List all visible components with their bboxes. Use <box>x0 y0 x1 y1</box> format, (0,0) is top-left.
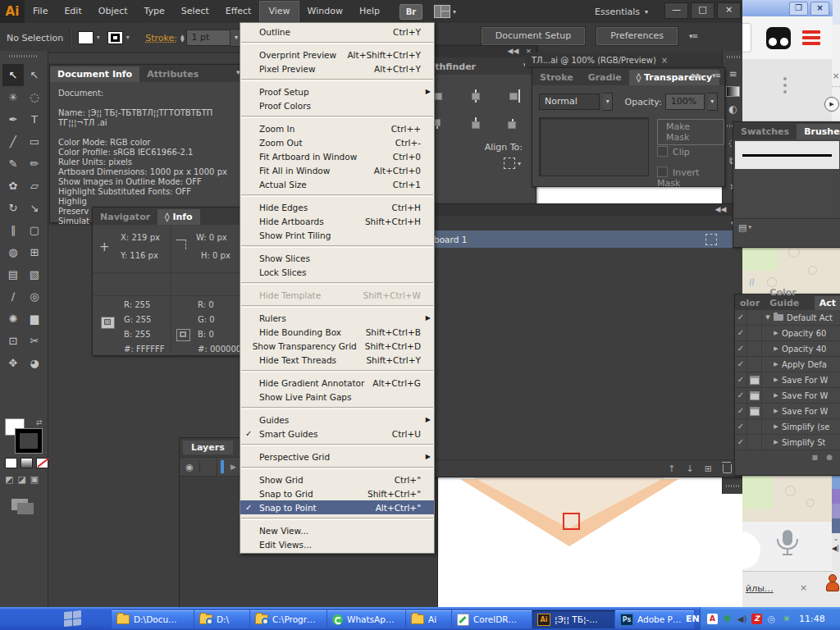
tab-actions[interactable]: Act <box>815 296 840 310</box>
color-button[interactable] <box>5 458 17 468</box>
tab-stroke[interactable]: Stroke <box>532 70 581 85</box>
opacity-field[interactable]: 100% <box>665 94 705 110</box>
expand-icon[interactable]: ▶ <box>762 377 782 383</box>
artboard-tool[interactable]: ⊡ <box>2 330 24 352</box>
color-swatch[interactable] <box>832 489 840 504</box>
fill-stroke-indicator[interactable]: ⇄ <box>5 418 43 451</box>
dialog-toggle-cell[interactable] <box>747 435 762 450</box>
menu-select[interactable]: Select <box>173 0 217 23</box>
selection-rectangle[interactable] <box>563 513 580 530</box>
toggle-item-icon[interactable]: ✓ <box>735 372 747 387</box>
windows-start-icon[interactable] <box>64 610 82 627</box>
view-menu-item-hide-bounding-box[interactable]: Hide Bounding BoxShift+Ctrl+B <box>240 325 434 339</box>
lock-cell[interactable] <box>200 458 217 476</box>
view-menu-item-hide-gradient-annotator[interactable]: Hide Gradient AnnotatorAlt+Ctrl+G <box>240 376 434 390</box>
view-menu-item-hide-artboards[interactable]: Hide ArtboardsShift+Ctrl+H <box>240 214 434 228</box>
grip-dots[interactable] <box>9 55 39 57</box>
close-button[interactable]: × <box>810 2 829 16</box>
mesh-tool[interactable]: ▤ <box>2 263 24 285</box>
ellipsis-icon[interactable]: ⋯ <box>832 81 840 92</box>
view-menu-item-show-grid[interactable]: Show GridCtrl+" <box>240 472 434 486</box>
color-swatch[interactable] <box>832 518 840 533</box>
stroke-weight-stepper[interactable]: ▲ ▼ <box>180 34 185 42</box>
toggle-item-icon[interactable]: ✓ <box>735 388 747 403</box>
stroke-weight-field[interactable]: 1 pt <box>186 30 231 46</box>
ellipsis-vertical-icon[interactable] <box>783 77 787 97</box>
toggle-item-icon[interactable]: ✓ <box>735 310 747 325</box>
menu-edit[interactable]: Edit <box>56 0 89 23</box>
tab-color[interactable]: olor <box>735 296 765 310</box>
panel-menu-icon[interactable]: ▾≡ <box>712 71 720 80</box>
brush-libraries-icon[interactable]: ▤ <box>738 222 746 233</box>
files-link[interactable]: йлы… <box>746 583 774 594</box>
close-button[interactable]: × <box>717 2 741 19</box>
symbol-sprayer-tool[interactable]: ✺ <box>2 308 24 330</box>
tab-color-guide[interactable]: Color Guide <box>765 285 814 310</box>
taskbar-button-item[interactable]: Ai¦Э¦¦ ТБ¦-… <box>532 609 621 629</box>
blend-mode-dropdown[interactable]: ▾ <box>603 93 613 111</box>
swap-fill-stroke-icon[interactable]: ⇄ <box>36 418 43 427</box>
view-menu-item-smart-guides[interactable]: ✓Smart GuidesCtrl+U <box>240 427 434 441</box>
dialog-toggle-cell[interactable] <box>747 372 762 387</box>
workspace-switcher[interactable]: ▾ <box>434 5 456 18</box>
expand-layer-icon[interactable]: ▶ <box>231 463 236 471</box>
acrobat-tray-icon[interactable]: A <box>707 614 718 624</box>
preferences-button[interactable]: Preferences <box>596 27 678 45</box>
stroke-color-box[interactable] <box>16 429 42 453</box>
view-menu-item-snap-to-point[interactable]: ✓Snap to PointAlt+Ctrl+" <box>240 500 434 514</box>
skip-start-icon[interactable]: ◀| <box>831 545 840 552</box>
line-segment-tool[interactable]: ╱ <box>2 130 24 153</box>
workspace-selector[interactable]: Essentials ▾ <box>595 0 648 23</box>
expand-icon[interactable]: ▶ <box>762 439 782 445</box>
direct-selection-tool[interactable]: ↖ <box>24 64 45 86</box>
restore-button[interactable]: ❐ <box>789 2 808 16</box>
stop-icon[interactable]: ■ <box>812 454 819 461</box>
expand-icon[interactable]: ▶ <box>762 361 782 368</box>
color-swatch[interactable] <box>832 504 840 518</box>
eraser-tool[interactable]: ▱ <box>24 175 45 197</box>
stroke-panel-icon[interactable]: ≡ <box>723 65 743 83</box>
action-row-save-for-w[interactable]: ✓▶Save For W <box>735 388 840 404</box>
play-button[interactable]: ▶ <box>824 97 839 112</box>
action-row-save-for-w[interactable]: ✓▶Save For W <box>735 404 840 419</box>
opacity-dropdown[interactable]: ▾ <box>708 93 718 111</box>
pencil-tool[interactable]: ✏ <box>24 153 45 175</box>
toggle-item-icon[interactable]: ✓ <box>735 341 747 356</box>
taskbar-button-d[interactable]: D:\ <box>194 609 256 629</box>
view-menu-item-fit-artboard-in-window[interactable]: Fit Artboard in WindowCtrl+0 <box>240 149 434 163</box>
toggle-item-icon[interactable]: ✓ <box>735 357 747 372</box>
expand-icon[interactable]: ▶ <box>762 423 782 430</box>
rectangle-tool[interactable]: ▭ <box>24 130 45 153</box>
record-icon[interactable]: ● <box>826 453 833 461</box>
taskbar-button-coreldr[interactable]: CorelDR… <box>451 609 538 629</box>
dialog-toggle-cell[interactable] <box>747 341 762 356</box>
dialog-toggle-cell[interactable] <box>747 357 762 372</box>
gradient-panel-icon[interactable] <box>726 86 740 97</box>
transparency-panel-icon[interactable]: ◐ <box>723 100 743 118</box>
view-menu-item-show-print-tiling[interactable]: Show Print Tiling <box>240 228 434 242</box>
change-screen-mode-icon[interactable] <box>11 499 28 510</box>
menu-help[interactable]: Help <box>351 0 388 23</box>
blend-mode-select[interactable]: Normal <box>539 94 600 110</box>
expand-icon[interactable]: ▼ <box>762 314 774 321</box>
column-graph-tool[interactable]: ▆ <box>24 308 45 330</box>
view-menu-item-hide-text-threads[interactable]: Hide Text ThreadsShift+Ctrl+Y <box>240 353 434 367</box>
expand-icon[interactable]: ▶ <box>762 392 782 399</box>
perspective-grid-tool[interactable]: ⊞ <box>24 241 45 263</box>
clip-checkbox[interactable]: Clip <box>657 146 690 158</box>
align-right-button[interactable] <box>506 89 521 103</box>
grip-dots[interactable] <box>727 56 740 58</box>
toggle-item-icon[interactable]: ✓ <box>735 326 747 340</box>
hand-tool[interactable]: ✥ <box>2 352 24 374</box>
action-row-opacity-40[interactable]: ✓▶Opacity 40 <box>735 341 840 357</box>
tab-gradient[interactable]: Gradie <box>581 70 629 85</box>
eye-icon[interactable]: ◉ <box>180 462 200 472</box>
delete-artboard-icon[interactable] <box>723 464 732 473</box>
view-menu-item-show-live-paint-gaps[interactable]: Show Live Paint Gaps <box>240 390 434 404</box>
pen-tool[interactable]: ✒ <box>2 108 24 130</box>
app-icon[interactable] <box>766 27 791 49</box>
move-up-icon[interactable]: ↑ <box>668 463 675 474</box>
brush-item-basic[interactable] <box>735 141 839 169</box>
paintbrush-tool[interactable]: ✎ <box>2 153 24 175</box>
view-menu-item-outline[interactable]: OutlineCtrl+Y <box>240 25 434 39</box>
